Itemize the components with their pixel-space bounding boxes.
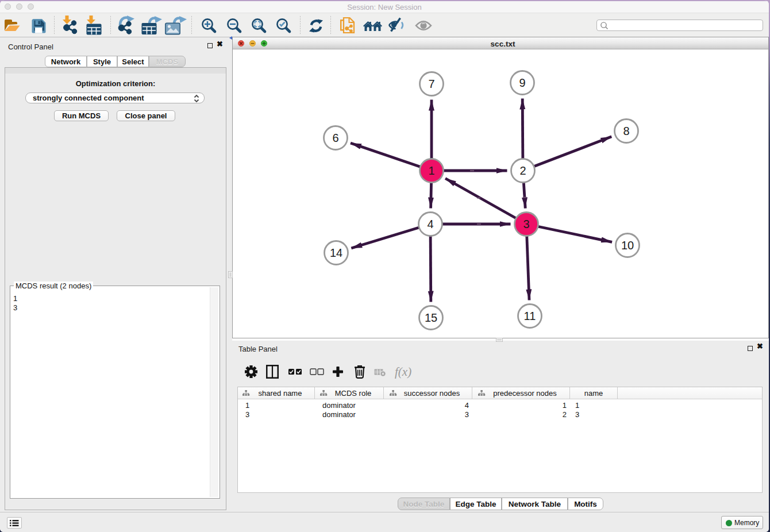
- svg-text:15: 15: [425, 311, 437, 324]
- svg-text:6: 6: [332, 132, 338, 144]
- svg-text:14: 14: [330, 246, 342, 259]
- svg-text:7: 7: [428, 78, 434, 90]
- svg-text:3: 3: [523, 218, 529, 230]
- svg-text:9: 9: [519, 76, 525, 89]
- svg-text:10: 10: [621, 239, 634, 252]
- svg-text:f(x): f(x): [395, 365, 411, 379]
- svg-text:11: 11: [524, 310, 536, 322]
- svg-text:2: 2: [519, 164, 526, 177]
- svg-text:8: 8: [623, 125, 629, 137]
- svg-text:1: 1: [428, 164, 434, 177]
- svg-text:4: 4: [427, 218, 433, 230]
